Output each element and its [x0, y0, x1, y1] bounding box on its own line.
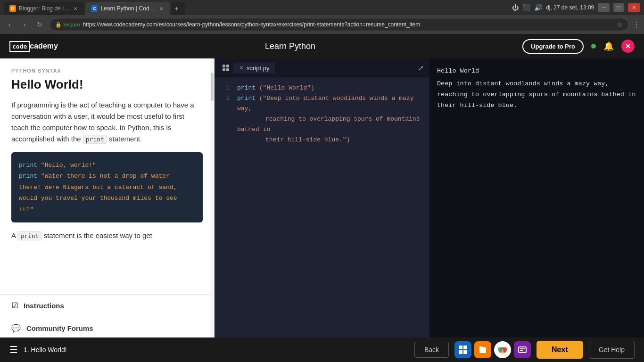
string-1: ("Hello World")	[256, 84, 314, 91]
editor-line-1: 1 print ("Hello World")	[222, 83, 422, 93]
browser-menu-icon[interactable]: ⋮	[633, 20, 640, 29]
codecademy-favicon: C	[91, 5, 98, 12]
back-button[interactable]: Back	[414, 342, 449, 358]
lesson-title: Hello World!	[11, 77, 203, 92]
code-print-2: print	[19, 173, 37, 180]
window-maximize[interactable]: □	[613, 3, 624, 12]
browser-addressbar: ‹ › ↻ 🔒 Seguro https://www.codecademy.co…	[0, 15, 644, 34]
editor-line-2: 2 print ("Deep into distant woodlands wi…	[222, 93, 422, 145]
inline-code-print: print	[83, 135, 107, 144]
blogger-favicon: B	[9, 5, 16, 12]
tab-close-codecademy[interactable]: ✕	[158, 5, 165, 12]
upgrade-button[interactable]: Upgrade to Pro	[522, 39, 584, 54]
cc-logo: codecademy	[9, 41, 58, 52]
secure-badge: 🔒 Seguro	[55, 22, 80, 28]
cc-header: codecademy Learn Python Upgrade to Pro 🔔…	[0, 34, 644, 58]
back-nav-button[interactable]: ‹	[4, 19, 15, 30]
get-help-button[interactable]: Get Help	[589, 341, 635, 359]
keyword-print-1: print	[237, 84, 256, 91]
files-icon[interactable]	[474, 341, 491, 358]
svg-rect-1	[226, 65, 229, 67]
lesson-number-label: 1. Hello World!	[24, 346, 409, 354]
lesson-body-p1: If programming is the act of teaching a …	[11, 99, 203, 145]
keyword-print-2: print	[237, 95, 256, 102]
line-num-1: 1	[222, 83, 230, 93]
code-print-1: print	[19, 162, 37, 169]
instructions-label: Instructions	[24, 302, 64, 310]
windows-icon[interactable]	[454, 341, 471, 358]
svg-rect-10	[519, 347, 526, 353]
main-content: PYTHON SYNTAX Hello World! If programmin…	[0, 58, 644, 362]
editor-body[interactable]: 1 print ("Hello World") 2 print ("Deep i…	[215, 77, 429, 338]
svg-rect-3	[226, 68, 229, 71]
profile-avatar[interactable]: ✕	[621, 40, 635, 53]
browser-titlebar: B Blogger: Blog de I… ✕ C Learn Python |…	[0, 0, 644, 15]
instructions-icon: ☑	[11, 301, 18, 310]
tab-close-blogger[interactable]: ✕	[72, 5, 79, 12]
script-tab-label: script.py	[247, 65, 269, 72]
next-button[interactable]: Next	[537, 341, 583, 359]
svg-rect-6	[459, 350, 462, 354]
reload-button[interactable]: ↻	[34, 19, 45, 30]
file-browser-button[interactable]	[220, 62, 231, 74]
bottom-bar: ☰ 1. Hello World! Back Next Get Help	[0, 337, 644, 362]
editor-section: ✕ script.py ⤢ 1 print ("Hello World") 2	[215, 58, 429, 362]
notification-icon[interactable]: 🔔	[603, 41, 614, 51]
tab-label-codecademy: Learn Python | Cod…	[100, 5, 155, 12]
expand-editor-icon[interactable]: ⤢	[418, 64, 424, 73]
section-label: PYTHON SYNTAX	[11, 68, 203, 74]
line-num-2: 2	[222, 93, 230, 145]
window-close[interactable]: ✕	[628, 3, 640, 12]
code-string-2: "Water–there is not a drop of water ther…	[19, 173, 177, 213]
svg-rect-4	[459, 346, 462, 349]
output-section: Hello World Deep into distant woodlands …	[429, 58, 644, 362]
line-code-1: print ("Hello World")	[237, 83, 422, 93]
hamburger-menu-icon[interactable]: ☰	[9, 344, 18, 355]
app-icon[interactable]	[514, 341, 531, 358]
svg-rect-2	[223, 68, 225, 71]
address-bar[interactable]: 🔒 Seguro https://www.codecademy.com/es/c…	[49, 18, 629, 31]
scroll-thumb[interactable]	[211, 73, 214, 101]
browser-tab-codecademy[interactable]: C Learn Python | Cod… ✕	[85, 2, 170, 15]
community-label: Community Forums	[26, 324, 93, 332]
string-2b: reaching to overlapping spurs of mountai…	[237, 115, 420, 133]
window-minimize[interactable]: ─	[598, 3, 610, 12]
string-2c: their hill-side blue.")	[265, 136, 350, 143]
status-dot	[591, 44, 596, 49]
svg-rect-0	[223, 65, 225, 67]
svg-rect-7	[463, 350, 467, 354]
output-line-2: Deep into distant woodlands winds a mazy…	[437, 79, 636, 111]
instructions-item[interactable]: ☑ Instructions	[0, 295, 214, 317]
bookmark-icon[interactable]: ☆	[617, 21, 623, 28]
titlebar-datetime: ⏻ ⬛ 🔊 dj, 27 de set, 13:09 ─ □ ✕	[512, 3, 640, 12]
left-panel: PYTHON SYNTAX Hello World! If programmin…	[0, 58, 215, 362]
inline-code-print2: print	[17, 231, 41, 240]
line-code-2: print ("Deep into distant woodlands wind…	[237, 93, 422, 145]
editor-tabs: ✕ script.py ⤢	[215, 58, 429, 77]
tab-close-script[interactable]: ✕	[239, 65, 244, 71]
chrome-icon[interactable]	[494, 341, 511, 358]
browser-tab-blogger[interactable]: B Blogger: Blog de I… ✕	[4, 2, 84, 15]
browser-tabs: B Blogger: Blog de I… ✕ C Learn Python |…	[4, 0, 185, 15]
logo-box: code	[9, 41, 30, 52]
page-title: Learn Python	[67, 41, 513, 51]
community-forums-item[interactable]: 💬 Community Forums	[0, 317, 214, 340]
code-string-1: "Hello, world!"	[41, 162, 96, 169]
script-tab[interactable]: ✕ script.py	[233, 63, 275, 74]
svg-rect-5	[463, 346, 467, 349]
string-2: ("Deep into distant woodlands winds a ma…	[237, 95, 413, 112]
header-icons: 🔔 ✕	[591, 40, 635, 53]
svg-rect-12	[520, 350, 523, 351]
tab-label-blogger: Blogger: Blog de I…	[19, 5, 69, 12]
taskbar-icons	[454, 341, 531, 358]
output-line-1: Hello World	[437, 66, 636, 77]
svg-rect-11	[520, 348, 525, 349]
url-text: https://www.codecademy.com/es/courses/le…	[83, 21, 614, 28]
example-code-block: print "Hello, world!" print "Water–there…	[11, 152, 203, 222]
logo-text: cademy	[30, 42, 58, 50]
lesson-content: PYTHON SYNTAX Hello World! If programmin…	[0, 58, 214, 294]
lesson-body-p2: A print statement is the easiest way to …	[11, 230, 203, 241]
app-container: codecademy Learn Python Upgrade to Pro 🔔…	[0, 34, 644, 362]
forward-nav-button[interactable]: ›	[19, 19, 30, 30]
new-tab-button[interactable]: +	[171, 2, 185, 15]
